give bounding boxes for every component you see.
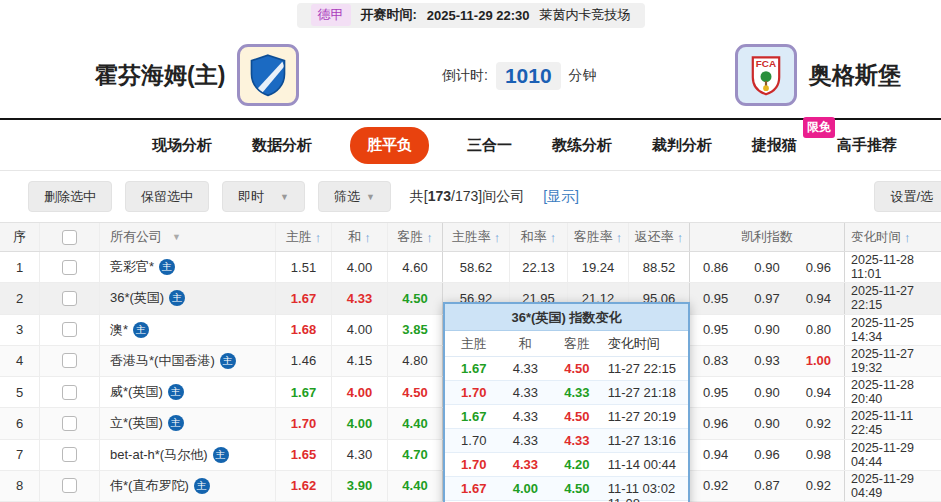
tab-8[interactable]: 高手推荐 — [835, 130, 899, 161]
company-cell[interactable]: 竞彩官*主 — [100, 252, 276, 282]
change-time: 2025-11-28 20:40 — [845, 377, 941, 407]
popup-odds-value: 4.33 — [548, 433, 606, 448]
kelly-value: 0.83 — [690, 346, 741, 376]
home-team: 霍芬海姆(主) — [95, 44, 299, 106]
row-checkbox[interactable] — [62, 385, 77, 400]
row-checkbox-cell — [40, 471, 100, 501]
mode-dropdown[interactable]: 即时 ▼ — [222, 181, 305, 212]
limited-free-badge: 限免 — [803, 117, 835, 138]
header-draw-odds[interactable]: 和↑ — [332, 223, 388, 251]
row-checkbox[interactable] — [62, 447, 77, 462]
kelly-value: 0.90 — [741, 408, 792, 438]
company-cell[interactable]: 威*(英国)主 — [100, 377, 276, 407]
tab-2[interactable]: 数据分析 — [250, 130, 314, 161]
show-link[interactable]: [显示] — [543, 188, 579, 206]
svg-text:FCA: FCA — [756, 58, 776, 69]
countdown-value: 1010 — [496, 62, 561, 90]
popup-change-time: 11-27 21:18 — [606, 385, 688, 400]
change-time: 2025-11-29 04:44 — [845, 440, 941, 470]
header-away-rate[interactable]: 客胜率↑ — [568, 223, 629, 251]
row-checkbox[interactable] — [62, 322, 77, 337]
odds-value: 1.51 — [276, 252, 332, 282]
row-checkbox-cell — [40, 377, 100, 407]
table-row[interactable]: 1竞彩官*主1.514.004.6058.6222.1319.2488.520.… — [0, 252, 941, 283]
row-checkbox[interactable] — [62, 353, 77, 368]
row-checkbox[interactable] — [62, 291, 77, 306]
kelly-cell: 0.860.900.96 — [690, 252, 845, 282]
popup-odds-value: 4.50 — [548, 361, 606, 376]
odds-value: 1.70 — [276, 408, 332, 438]
popup-odds-value: 1.67 — [445, 409, 503, 424]
header-draw-rate[interactable]: 和率↑ — [510, 223, 568, 251]
row-index: 3 — [0, 315, 40, 345]
sort-asc-icon: ↑ — [550, 230, 557, 245]
row-checkbox[interactable] — [62, 478, 77, 493]
company-cell[interactable]: 香港马*(中国香港)主 — [100, 346, 276, 376]
header-checkbox-cell — [40, 223, 100, 251]
popup-header-label: 主胜 — [445, 335, 503, 353]
company-name: bet-at-h*(马尔他) — [110, 446, 208, 464]
tab-3[interactable]: 胜平负 — [350, 127, 429, 164]
company-cell[interactable]: 36*(英国)主 — [100, 283, 276, 313]
kelly-value: 0.95 — [690, 315, 741, 345]
chevron-down-icon: ▼ — [366, 192, 375, 202]
header-return-rate[interactable]: 返还率↑ — [629, 223, 690, 251]
kelly-value: 0.86 — [690, 252, 741, 282]
tab-6[interactable]: 裁判分析 — [650, 130, 714, 161]
filter-toolbar: 删除选中 保留选中 即时 ▼ 筛选 ▼ 共[173/173]间公司 [显示] 设… — [0, 171, 941, 222]
kelly-value: 0.95 — [690, 283, 741, 313]
header-home-odds[interactable]: 主胜↑ — [276, 223, 332, 251]
kickoff-time: 2025-11-29 22:30 — [427, 8, 530, 23]
filter-dropdown[interactable]: 筛选 ▼ — [318, 181, 391, 212]
popup-header-label: 和 — [503, 335, 549, 353]
away-team-name: 奥格斯堡 — [809, 60, 901, 91]
tab-5[interactable]: 教练分析 — [550, 130, 614, 161]
popup-title: 36*(英国) 指数变化 — [445, 304, 688, 331]
header-company[interactable]: 所有公司▼ — [100, 223, 276, 251]
popup-row: 1.674.334.5011-27 22:15 — [445, 357, 688, 381]
row-checkbox[interactable] — [62, 416, 77, 431]
row-index: 1 — [0, 252, 40, 282]
odds-value: 1.46 — [276, 346, 332, 376]
kelly-cell: 0.920.870.92 — [690, 471, 845, 501]
row-checkbox[interactable] — [62, 260, 77, 275]
popup-header-label: 变化时间 — [606, 335, 688, 353]
change-time: 2025-11-27 22:15 — [845, 283, 941, 313]
popup-row: 1.704.334.3311-27 13:16 — [445, 429, 688, 453]
odds-value: 4.60 — [388, 252, 443, 282]
select-all-checkbox[interactable] — [62, 230, 77, 245]
company-cell[interactable]: 立*(英国)主 — [100, 408, 276, 438]
header-away-odds[interactable]: 客胜↑ — [388, 223, 443, 251]
company-name: 澳* — [110, 321, 128, 339]
kelly-value: 1.00 — [793, 346, 844, 376]
company-name: 竞彩官* — [110, 258, 154, 276]
tab-7[interactable]: 捷报猫限免 — [750, 130, 799, 161]
settings-button[interactable]: 设置/选 — [874, 181, 941, 212]
match-info-pill: 德甲 开赛时间: 2025-11-29 22:30 莱茵内卡竞技场 — [297, 3, 645, 28]
header-change-time[interactable]: 变化时间↑ — [845, 223, 941, 251]
main-company-icon: 主 — [168, 415, 184, 431]
home-team-logo — [237, 44, 299, 106]
odds-value: 4.40 — [388, 471, 443, 501]
company-cell[interactable]: 伟*(直布罗陀)主 — [100, 471, 276, 501]
company-cell[interactable]: 澳*主 — [100, 315, 276, 345]
kelly-cell: 0.940.960.98 — [690, 440, 845, 470]
header-home-rate[interactable]: 主胜率↑ — [443, 223, 510, 251]
kelly-value: 0.92 — [690, 471, 741, 501]
tab-4[interactable]: 三合一 — [465, 130, 514, 161]
kelly-value: 0.94 — [793, 283, 844, 313]
away-team-logo: FCA — [735, 44, 797, 106]
company-cell[interactable]: bet-at-h*(马尔他)主 — [100, 440, 276, 470]
popup-row: 1.704.334.3311-27 21:18 — [445, 381, 688, 405]
odds-value: 4.70 — [388, 440, 443, 470]
odds-change-popup: 36*(英国) 指数变化 主胜和客胜变化时间 1.674.334.5011-27… — [443, 302, 690, 502]
delete-selected-button[interactable]: 删除选中 — [28, 181, 112, 212]
kelly-value: 0.94 — [793, 377, 844, 407]
tab-1[interactable]: 现场分析 — [150, 130, 214, 161]
popup-odds-value: 1.70 — [445, 385, 503, 400]
popup-odds-value: 4.50 — [548, 409, 606, 424]
sort-asc-icon: ↑ — [904, 230, 911, 245]
keep-selected-button[interactable]: 保留选中 — [125, 181, 209, 212]
kelly-value: 0.92 — [793, 471, 844, 501]
chevron-down-icon: ▼ — [172, 232, 181, 242]
